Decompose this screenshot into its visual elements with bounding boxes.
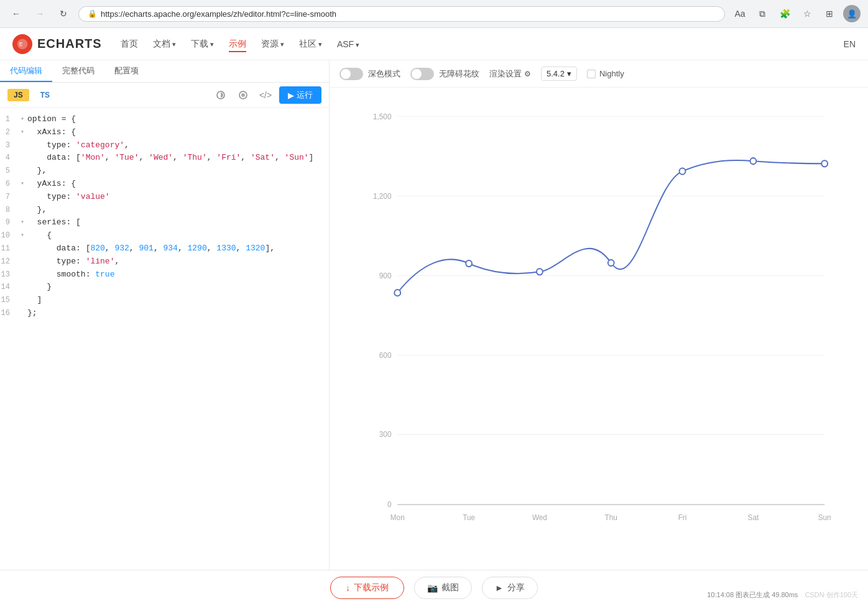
data-point-thu — [608, 260, 614, 266]
settings-icon: ⚙ — [524, 70, 531, 78]
nav-resources[interactable]: 资源 — [261, 36, 284, 52]
download-icon: ↓ — [346, 583, 350, 593]
y-label-300: 300 — [379, 430, 392, 439]
y-label-600: 600 — [379, 350, 392, 359]
code-line-4: 4 data: ['Mon', 'Tue', 'Wed', 'Thu', 'Fr… — [0, 152, 329, 165]
tab-config[interactable]: 配置项 — [104, 60, 149, 82]
refresh-button[interactable]: ↻ — [55, 5, 72, 22]
address-bar[interactable]: 🔒 https://echarts.apache.org/examples/zh… — [78, 6, 725, 22]
camera-icon: 📷 — [427, 583, 438, 593]
nav-lang[interactable]: EN — [844, 39, 856, 49]
chart-panel: 深色模式 无障碍花纹 渲染设置 ⚙ 5.4.2 ▾ — [330, 60, 868, 570]
dark-mode-label: 深色模式 — [368, 68, 400, 80]
screenshot-button[interactable]: 📷 截图 — [414, 577, 472, 599]
collections-button[interactable]: ⊞ — [821, 5, 838, 22]
app-container: E ECHARTS 首页 文档 下载 示例 资源 社区 ASF EN 代码编辑 … — [0, 28, 868, 604]
code-line-10: 10 ▾ { — [0, 229, 329, 242]
theme-button[interactable] — [212, 86, 229, 104]
share-label: 分享 — [507, 582, 525, 593]
dark-mode-toggle-group: 深色模式 — [339, 68, 400, 80]
lang-actions: </> ▶ 运行 — [212, 86, 321, 104]
editor-area: 代码编辑 完整代码 配置项 JS TS </> ▶ — [0, 60, 868, 570]
accessibility-toggle-group: 无障碍花纹 — [410, 68, 479, 80]
nav-menu: 首页 文档 下载 示例 资源 社区 ASF EN — [121, 36, 856, 52]
browser-actions: Aa ⧉ 🧩 ☆ ⊞ 👤 — [731, 5, 861, 22]
download-button[interactable]: ↓ 下载示例 — [330, 577, 404, 599]
data-point-mon — [394, 290, 400, 296]
run-button[interactable]: ▶ 运行 — [279, 86, 321, 104]
nightly-checkbox[interactable] — [587, 70, 596, 78]
profile-avatar[interactable]: 👤 — [843, 5, 861, 22]
code-line-8: 8 }, — [0, 204, 329, 217]
nav-examples[interactable]: 示例 — [229, 36, 246, 52]
extensions-button[interactable]: 🧩 — [776, 5, 793, 22]
code-line-16: 16 }; — [0, 307, 329, 320]
x-label-sat: Sat — [748, 513, 759, 521]
nav-home[interactable]: 首页 — [121, 36, 138, 52]
data-point-fri — [680, 168, 686, 175]
browser-toolbar: ← → ↻ 🔒 https://echarts.apache.org/examp… — [0, 0, 868, 27]
chart-line — [397, 160, 824, 293]
share-button[interactable]: ► 分享 — [482, 577, 538, 599]
render-settings[interactable]: 渲染设置 ⚙ — [489, 68, 531, 80]
code-tabs: 代码编辑 完整代码 配置项 — [0, 60, 329, 83]
status-time-text: 10:14:08 图表已生成 49.80ms — [707, 591, 798, 598]
nav-asf[interactable]: ASF — [337, 37, 359, 52]
y-label-900: 900 — [379, 271, 392, 280]
app-header: E ECHARTS 首页 文档 下载 示例 资源 社区 ASF EN — [0, 28, 868, 60]
chart-area: 1,500 1,200 900 600 300 0 Mo — [330, 88, 868, 570]
download-label: 下载示例 — [354, 582, 389, 593]
logo[interactable]: E ECHARTS — [12, 34, 102, 54]
format-button[interactable] — [234, 86, 252, 104]
accessibility-label: 无障碍花纹 — [439, 68, 479, 80]
y-label-1200: 1,200 — [373, 191, 392, 200]
favorites-button[interactable]: ☆ — [798, 5, 816, 22]
nav-docs[interactable]: 文档 — [153, 36, 176, 52]
chart-svg: 1,500 1,200 900 600 300 0 Mo — [373, 100, 831, 533]
status-bar: 10:14:08 图表已生成 49.80ms CSDN·创作100天 — [707, 590, 858, 600]
watermark-text: CSDN·创作100天 — [805, 591, 858, 598]
nav-community[interactable]: 社区 — [299, 36, 322, 52]
x-label-wed: Wed — [532, 513, 547, 521]
accessibility-toggle[interactable] — [410, 68, 434, 80]
lang-tabs: JS TS </> ▶ 运行 — [0, 83, 329, 108]
chevron-down-icon: ▾ — [567, 69, 571, 78]
data-point-sun — [821, 160, 828, 167]
lang-tab-js[interactable]: JS — [7, 89, 29, 101]
browser-chrome: ← → ↻ 🔒 https://echarts.apache.org/examp… — [0, 0, 868, 28]
data-point-sat — [750, 158, 756, 164]
nav-download[interactable]: 下载 — [191, 36, 214, 52]
tab-code-edit[interactable]: 代码编辑 — [0, 60, 52, 82]
chart-toolbar: 深色模式 无障碍花纹 渲染设置 ⚙ 5.4.2 ▾ — [330, 60, 868, 88]
code-line-15: 15 ] — [0, 294, 329, 307]
code-content[interactable]: 1 ▾ option = { 2 ▾ xAxis: { 3 type: 'cat… — [0, 108, 329, 570]
toggle-knob — [341, 69, 351, 79]
x-label-tue: Tue — [463, 513, 475, 521]
y-label-1500: 1,500 — [373, 112, 392, 121]
accessibility-knob — [412, 69, 422, 79]
code-line-7: 7 type: 'value' — [0, 191, 329, 204]
logo-circle: E — [12, 34, 32, 54]
read-view-button[interactable]: Aa — [731, 5, 749, 22]
nightly-label: Nightly — [599, 69, 624, 78]
code-line-11: 11 data: [820, 932, 901, 934, 1290, 1330… — [0, 242, 329, 255]
x-label-sun: Sun — [818, 513, 831, 521]
x-label-fri: Fri — [678, 513, 687, 521]
screenshot-label: 截图 — [441, 582, 459, 593]
echarts-logo-icon: E — [16, 38, 29, 50]
dark-mode-toggle[interactable] — [339, 68, 363, 80]
version-select[interactable]: 5.4.2 ▾ — [541, 66, 577, 81]
lock-icon: 🔒 — [88, 9, 97, 18]
svg-text:E: E — [19, 41, 23, 47]
split-view-button[interactable]: ⧉ — [754, 5, 771, 22]
back-button[interactable]: ← — [7, 5, 25, 22]
y-label-0: 0 — [387, 500, 392, 509]
forward-button[interactable]: → — [31, 5, 48, 22]
lang-tab-ts[interactable]: TS — [34, 89, 56, 101]
code-panel: 代码编辑 完整代码 配置项 JS TS </> ▶ — [0, 60, 330, 570]
run-label: 运行 — [297, 89, 313, 101]
logo-text: ECHARTS — [37, 37, 102, 51]
embed-button[interactable]: </> — [257, 86, 274, 104]
code-line-12: 12 type: 'line', — [0, 255, 329, 268]
tab-full-code[interactable]: 完整代码 — [52, 60, 104, 82]
